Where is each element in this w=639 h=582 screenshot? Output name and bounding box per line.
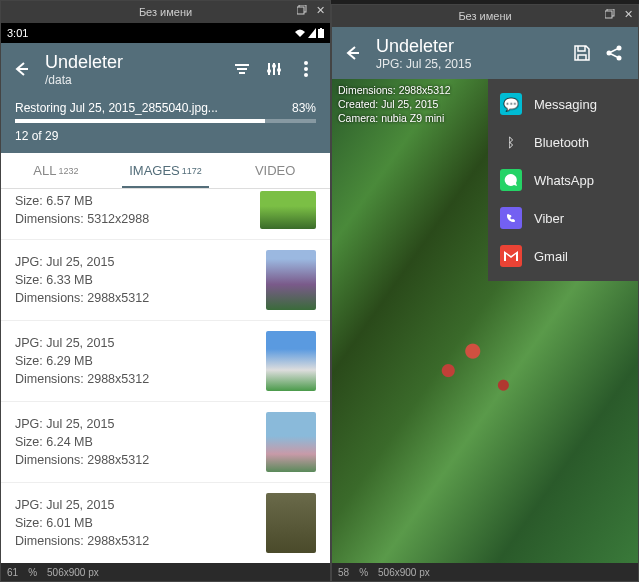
app-subtitle: JPG: Jul 25, 2015 [376,57,566,71]
zoom-pct: % [359,567,368,578]
image-meta: Dimensions: 2988x5312 Created: Jul 25, 2… [338,83,451,126]
tabs: ALL1232 IMAGES1172 VIDEO [1,153,330,189]
svg-rect-18 [605,11,612,18]
file-list: Size: 6.57 MB Dimensions: 5312x2988 JPG:… [1,189,330,578]
thumbnail [266,493,316,553]
thumbnail [266,250,316,310]
svg-point-12 [272,64,276,68]
svg-line-24 [611,54,617,57]
messaging-icon: 💬 [500,93,522,115]
svg-point-15 [304,67,308,71]
share-whatsapp[interactable]: WhatsApp [488,161,638,199]
tab-video[interactable]: VIDEO [220,153,330,188]
window-titlebar[interactable]: Без имени ✕ [1,1,330,23]
back-button[interactable] [9,57,33,81]
list-item[interactable]: Size: 6.57 MB Dimensions: 5312x2988 [1,189,330,240]
app-subtitle: /data [45,73,226,87]
zoom-value: 61 [7,567,18,578]
bluetooth-icon: ᛒ [500,131,522,153]
list-item[interactable]: JPG: Jul 25, 2015 Size: 6.33 MB Dimensio… [1,240,330,321]
share-viber[interactable]: Viber [488,199,638,237]
progress-text: Restoring Jul 25, 2015_2855040.jpg... [15,101,218,115]
tab-all[interactable]: ALL1232 [1,153,111,188]
editor-window-right: Без имени ✕ Undeleter JPG: Jul 25, 2015 … [331,4,639,582]
svg-rect-1 [297,7,304,14]
battery-icon [318,28,324,38]
tab-images[interactable]: IMAGES1172 [111,153,221,188]
progress-percent: 83% [292,101,316,115]
svg-rect-2 [318,29,324,38]
canvas-size: 506x900 px [378,567,430,578]
overflow-button[interactable] [290,53,322,85]
progress-bar [15,119,316,123]
svg-point-20 [617,46,622,51]
restore-icon[interactable] [295,3,309,17]
app-title: Undeleter [45,52,226,73]
zoom-pct: % [28,567,37,578]
progress-count: 12 of 29 [15,129,316,143]
filter-button[interactable] [258,53,290,85]
window-title: Без имени [458,10,511,22]
share-messaging[interactable]: 💬Messaging [488,85,638,123]
svg-point-13 [277,68,281,72]
save-button[interactable] [566,37,598,69]
restore-icon[interactable] [603,7,617,21]
status-icons [294,28,324,38]
list-item[interactable]: JPG: Jul 25, 2015 Size: 6.24 MB Dimensio… [1,402,330,483]
app-bar: Undeleter JPG: Jul 25, 2015 [332,27,638,79]
progress-panel: Restoring Jul 25, 2015_2855040.jpg... 83… [1,95,330,153]
svg-point-21 [607,51,612,56]
zoom-value: 58 [338,567,349,578]
canvas-size: 506x900 px [47,567,99,578]
app-title: Undeleter [376,36,566,57]
list-item[interactable]: JPG: Jul 25, 2015 Size: 6.29 MB Dimensio… [1,321,330,402]
status-time: 3:01 [7,27,28,39]
thumbnail [260,191,316,229]
back-button[interactable] [340,41,364,65]
app-bar: Undeleter /data [1,43,330,95]
close-icon[interactable]: ✕ [313,3,327,17]
svg-point-11 [267,69,271,73]
image-viewer[interactable]: Dimensions: 2988x5312 Created: Jul 25, 2… [332,79,638,565]
phone-statusbar: 3:01 [1,23,330,43]
share-menu: 💬Messaging ᛒBluetooth WhatsApp Viber Gma… [488,79,638,281]
window-titlebar[interactable]: Без имени ✕ [332,5,638,27]
sort-button[interactable] [226,53,258,85]
share-gmail[interactable]: Gmail [488,237,638,275]
whatsapp-icon [500,169,522,191]
svg-point-16 [304,73,308,77]
editor-footer: 61 % 506x900 px [1,563,330,581]
share-bluetooth[interactable]: ᛒBluetooth [488,123,638,161]
svg-point-22 [617,56,622,61]
share-button[interactable] [598,37,630,69]
editor-window-left: Без имени ✕ 3:01 Undeleter /data Restori… [0,0,331,582]
viber-icon [500,207,522,229]
svg-line-23 [611,49,617,52]
window-title: Без имени [139,6,192,18]
editor-footer: 58 % 506x900 px [332,563,638,581]
thumbnail [266,412,316,472]
wifi-icon [294,28,306,38]
svg-point-14 [304,61,308,65]
close-icon[interactable]: ✕ [621,7,635,21]
gmail-icon [500,245,522,267]
svg-rect-3 [320,28,322,29]
thumbnail [266,331,316,391]
list-item[interactable]: JPG: Jul 25, 2015 Size: 6.01 MB Dimensio… [1,483,330,564]
signal-icon [308,28,316,38]
